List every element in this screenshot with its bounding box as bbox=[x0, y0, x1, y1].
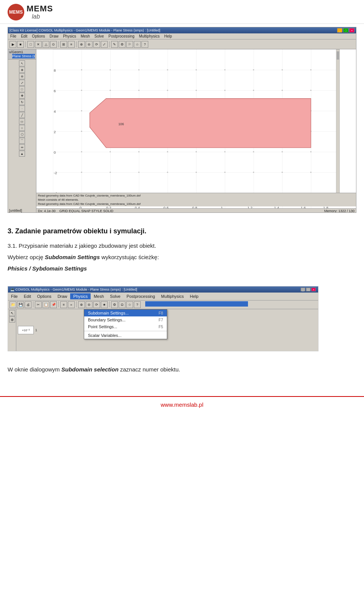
toolbar-btn-5[interactable]: △ bbox=[42, 41, 49, 48]
icon-mirror[interactable]: ⇔ bbox=[19, 144, 25, 150]
icon-fillet[interactable]: ⌒ bbox=[19, 138, 25, 144]
menu-help[interactable]: Help bbox=[162, 34, 174, 39]
footer: www.memslab.pl bbox=[0, 396, 364, 412]
toolbar-btn-2[interactable]: ■ bbox=[17, 41, 24, 48]
ms-menu-file[interactable]: File bbox=[8, 293, 21, 299]
ms-menu-multiphysics[interactable]: Multiphysics bbox=[158, 293, 187, 299]
toolbar-btn-4[interactable]: ✕ bbox=[35, 41, 42, 48]
toolbar-btn-11[interactable]: ⟳ bbox=[93, 41, 100, 48]
ms-toolbar-btn-16[interactable]: ? bbox=[134, 301, 141, 308]
menu-mesh[interactable]: Mesh bbox=[78, 34, 92, 39]
svg-point-55 bbox=[253, 171, 254, 173]
ms-toolbar-btn-8[interactable]: = bbox=[68, 301, 75, 308]
dropdown-item-label-3: Point Settings... bbox=[88, 324, 117, 329]
ms-toolbar-btn-7[interactable]: ≡ bbox=[60, 301, 67, 308]
ms-toolbar-btn-6[interactable]: 📌 bbox=[50, 301, 57, 308]
svg-point-42 bbox=[138, 151, 140, 152]
toolbar-btn-7[interactable]: ⊞ bbox=[60, 41, 67, 48]
ms-toolbar-btn-15[interactable]: ☆ bbox=[126, 301, 133, 308]
ms-menu-postprocessing[interactable]: Postprocessing bbox=[124, 293, 158, 299]
ms-menu-edit[interactable]: Edit bbox=[21, 293, 34, 299]
icon-rect[interactable]: ▭ bbox=[19, 118, 25, 124]
svg-point-49 bbox=[81, 171, 82, 173]
ms-toolbar-btn-11[interactable]: ⟳ bbox=[93, 301, 100, 308]
ms-toolbar-btn-13[interactable]: ⚙ bbox=[111, 301, 118, 308]
tree-item-stress[interactable]: Plane Stress (smps) bbox=[12, 54, 35, 58]
icon-zoom-in[interactable]: ⊕ bbox=[19, 67, 25, 73]
side-icon-2[interactable]: ⊕ bbox=[9, 316, 15, 323]
icon-move[interactable]: ✥ bbox=[19, 93, 25, 99]
ms-toolbar-btn-5[interactable]: 📋 bbox=[42, 301, 49, 308]
dropdown-scalar-variables[interactable]: Scalar Variables... bbox=[84, 332, 167, 339]
dropdown-subdomain-settings[interactable]: Subdomain Settings... F8 bbox=[84, 310, 167, 316]
icon-point[interactable]: · bbox=[19, 105, 25, 112]
close-button[interactable]: × bbox=[349, 28, 355, 33]
comsol-title: [Class Kit License] COMSOL Multiphysics … bbox=[9, 28, 160, 32]
mini-box-1[interactable]: ×10⁻³ bbox=[18, 326, 34, 334]
toolbar-btn-3[interactable]: □ bbox=[27, 41, 34, 48]
menu-physics[interactable]: Physics bbox=[61, 34, 78, 39]
menu-postprocessing[interactable]: Postprocessing bbox=[106, 34, 136, 39]
icon-select[interactable]: □ bbox=[19, 86, 25, 92]
comsol-toolbar-1: ▶ ■ □ ✕ △ ⊙ ⊞ ≡ ⊕ ⊖ ⟳ ⤢ ✎ ⚙ ⚐ ☆ ? bbox=[8, 39, 356, 49]
logo-container: MEMS MEMS lab bbox=[8, 4, 53, 20]
ms-menu-options[interactable]: Options bbox=[34, 293, 55, 299]
ms-menu-mesh[interactable]: Mesh bbox=[91, 293, 107, 299]
toolbar-btn-13[interactable]: ✎ bbox=[111, 41, 118, 48]
icon-zoom-out[interactable]: ⊖ bbox=[19, 73, 25, 79]
comsol-menubar-1: File Edit Options Draw Physics Mesh Solv… bbox=[8, 33, 356, 39]
menu-options[interactable]: Options bbox=[30, 34, 47, 39]
icon-line[interactable]: ╱ bbox=[19, 112, 25, 118]
maximize-button[interactable]: □ bbox=[343, 28, 348, 33]
toolbar-btn-6[interactable]: ⊙ bbox=[50, 41, 57, 48]
ms-menu-physics[interactable]: Physics bbox=[70, 293, 91, 299]
menu-solve[interactable]: Solve bbox=[92, 34, 106, 39]
toolbar-btn-10[interactable]: ⊖ bbox=[86, 41, 93, 48]
ms-toolbar-btn-10[interactable]: ⊖ bbox=[86, 301, 93, 308]
svg-point-11 bbox=[282, 69, 283, 70]
minimize-button[interactable]: _ bbox=[337, 28, 342, 33]
dropdown-point-settings[interactable]: Point Settings... F5 bbox=[84, 323, 167, 330]
ms-toolbar-btn-4[interactable]: ✂ bbox=[35, 301, 42, 308]
dropdown-boundary-settings[interactable]: Boundary Settings... F7 bbox=[84, 316, 167, 323]
icon-rotate[interactable]: ↻ bbox=[19, 99, 25, 105]
svg-point-44 bbox=[196, 151, 197, 152]
toolbar-btn-14[interactable]: ⚙ bbox=[119, 41, 126, 48]
ms-toolbar-btn-12[interactable]: ★ bbox=[101, 301, 108, 308]
icon-extrude[interactable]: ▲ bbox=[19, 151, 25, 157]
side-icon-1[interactable]: ↖ bbox=[9, 310, 15, 316]
toolbar-btn-9[interactable]: ⊕ bbox=[78, 41, 85, 48]
icon-poly[interactable]: ⬡ bbox=[19, 131, 25, 137]
ms-menu-draw[interactable]: Draw bbox=[55, 293, 71, 299]
menu-edit[interactable]: Edit bbox=[19, 34, 30, 39]
subsection-3-1: 3.1. Przypisanie materiału z jakiego zbu… bbox=[8, 241, 356, 273]
toolbar-btn-1[interactable]: ▶ bbox=[9, 41, 16, 48]
ms-toolbar-btn-2[interactable]: 💾 bbox=[17, 301, 24, 308]
menu-draw[interactable]: Draw bbox=[47, 34, 61, 39]
menu-min-btn[interactable]: _ bbox=[301, 288, 305, 291]
menu-close-btn[interactable]: × bbox=[311, 288, 316, 291]
toolbar-btn-16[interactable]: ☆ bbox=[134, 41, 141, 48]
ms-toolbar-btn-3[interactable]: 🖨 bbox=[25, 301, 31, 308]
ms-toolbar-btn-9[interactable]: ⊕ bbox=[78, 301, 85, 308]
toolbar-btn-17[interactable]: ? bbox=[141, 41, 148, 48]
toolbar-btn-8[interactable]: ≡ bbox=[68, 41, 75, 48]
svg-point-51 bbox=[138, 171, 140, 173]
ms-toolbar-btn-1[interactable]: 📁 bbox=[9, 301, 16, 308]
footer-link[interactable]: www.memslab.pl bbox=[161, 401, 204, 408]
ms-toolbar-btn-14[interactable]: Ω bbox=[119, 301, 126, 308]
icon-fit[interactable]: ⤢ bbox=[19, 80, 25, 86]
toolbar-btn-12[interactable]: ⤢ bbox=[101, 41, 108, 48]
comsol-log: Read geometry data from CAD file Czujnik… bbox=[36, 193, 356, 206]
menu-multiphysics[interactable]: Multiphysics bbox=[136, 34, 162, 39]
ms-menu-solve[interactable]: Solve bbox=[107, 293, 124, 299]
menu-max-btn[interactable]: □ bbox=[306, 288, 311, 291]
icon-cursor[interactable]: ↖ bbox=[19, 60, 25, 66]
svg-point-45 bbox=[224, 151, 225, 152]
toolbar-btn-15[interactable]: ⚐ bbox=[126, 41, 133, 48]
svg-point-41 bbox=[110, 151, 111, 152]
icon-circle[interactable]: ○ bbox=[19, 125, 25, 131]
ms-menu-help[interactable]: Help bbox=[187, 293, 202, 299]
menu-file[interactable]: File bbox=[8, 34, 19, 39]
comsol-screenshot-1: [Class Kit License] COMSOL Multiphysics … bbox=[8, 27, 356, 213]
